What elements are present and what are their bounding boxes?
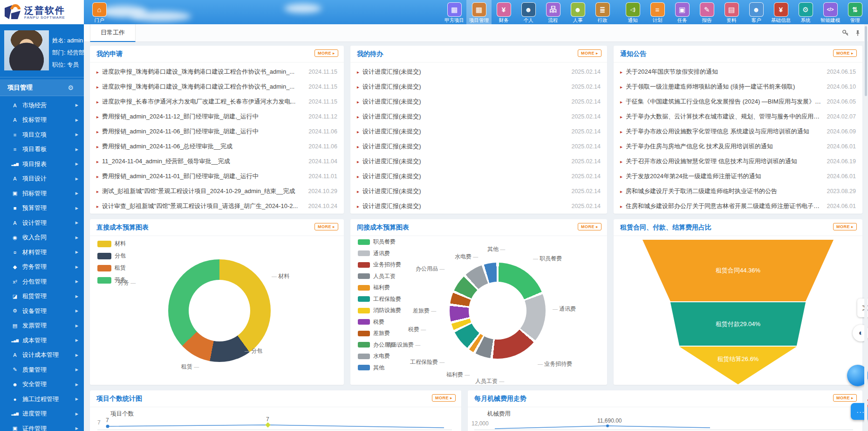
panel-title[interactable]: 直接成本预算图表 xyxy=(96,223,149,232)
gear-icon[interactable]: ⚙ xyxy=(68,84,74,91)
top-nav-item[interactable]: ⚙系统 xyxy=(793,0,818,24)
more-button[interactable]: MORE ▸ xyxy=(578,223,601,230)
sidebar-item[interactable]: ≡项目看板▶ xyxy=(0,142,84,157)
funnel-segment[interactable]: 租赁结算26.6% xyxy=(642,347,834,384)
list-item[interactable]: ▸关于举办住房与房地产信息化 技术及应用培训班的通知2024.06.01 xyxy=(614,139,862,154)
sidebar-item[interactable]: ≡项目立项▶ xyxy=(0,127,84,142)
more-button[interactable]: MORE ▸ xyxy=(833,223,857,230)
avatar[interactable] xyxy=(4,30,49,70)
panel-title[interactable]: 通知公告 xyxy=(620,50,646,58)
sidebar-item[interactable]: ▣招标管理▶ xyxy=(0,186,84,201)
legend-item[interactable]: 消防设施费 xyxy=(358,306,401,314)
list-item[interactable]: ▸设计进度汇报(未提交)2025.02.14 xyxy=(350,109,607,124)
funnel-segment[interactable]: 租赁付款29.04% xyxy=(642,302,834,346)
sidebar-item[interactable]: A设计成本管理▶ xyxy=(0,348,84,363)
list-item[interactable]: ▸住房和城乡建设部办公厅关于同意吉林省开展二级建造师注册证书电子化试点...20… xyxy=(614,199,862,214)
sidebar-item[interactable]: ▤发票管理▶ xyxy=(0,319,84,334)
list-item[interactable]: ▸关于2024年国庆节放假安排的通知2024.06.15 xyxy=(614,64,862,79)
list-item[interactable]: ▸房和城乡建设厅关于取消二级建造师临时执业证书的公告2023.08.29 xyxy=(614,184,862,199)
list-item[interactable]: ▸设计进度汇报(未提交)2025.02.14 xyxy=(350,124,607,139)
sidebar-item[interactable]: ☻安全管理▶ xyxy=(0,377,84,392)
top-nav-item[interactable]: ≡计划 xyxy=(645,0,670,24)
list-item[interactable]: ▸费用报销_admin_2024-11-06_部门经理审批_胡建,_运行中202… xyxy=(90,124,344,139)
top-nav-item[interactable]: ◁)通知 xyxy=(620,0,645,24)
list-item[interactable]: ▸测试_彭祖新城"四馆"景观工程设计项目_2024-10-29_admin_结束… xyxy=(90,184,344,199)
sidebar-item[interactable]: ▂▄▆项目报表▶ xyxy=(0,157,84,172)
more-button[interactable]: MORE ▸ xyxy=(314,223,338,230)
sidebar-item[interactable]: A项目设计▶ xyxy=(0,172,84,187)
panel-title[interactable]: 每月机械费用走势 xyxy=(474,395,526,403)
top-nav-item[interactable]: ☻客户 xyxy=(744,0,769,24)
list-item[interactable]: ▸11_2024-11-04_admin_经营部_领导审批__完成2024.11… xyxy=(90,154,344,169)
list-item[interactable]: ▸设计进度汇报(未提交)2025.02.14 xyxy=(350,79,607,94)
more-button[interactable]: MORE ▸ xyxy=(314,49,338,57)
top-nav-item[interactable]: ¥基础信息 xyxy=(768,0,793,24)
list-item[interactable]: ▸于征集《中国建筑施工行业信息化发展报告 (2024) —BIM应用与发展》材料… xyxy=(614,94,862,109)
sidebar-item[interactable]: ●施工过程管理▶ xyxy=(0,392,84,407)
pin-icon[interactable] xyxy=(854,29,861,37)
panel-title[interactable]: 我的待办 xyxy=(357,50,383,58)
list-item[interactable]: ▸关于举办市政公用设施数字化管理信息 系统建设与应用培训班的通知2024.06.… xyxy=(614,124,862,139)
top-nav-item[interactable]: </>智能建模 xyxy=(818,0,843,24)
list-item[interactable]: ▸设计进度汇报(未提交)2025.02.14 xyxy=(350,64,607,79)
top-nav-item[interactable]: ¥财务 xyxy=(491,0,516,24)
top-nav-item[interactable]: ▣任务 xyxy=(670,0,695,24)
list-item[interactable]: ▸设计进度汇报(未提交)2025.02.14 xyxy=(350,154,607,169)
top-nav-item[interactable]: ▦甲方项目 xyxy=(442,0,467,24)
sidebar-item[interactable]: x²分包管理▶ xyxy=(0,274,84,289)
top-nav-item[interactable]: ☻人事 xyxy=(565,0,590,24)
list-item[interactable]: ▸进度款申报_珠海鹤港口建设_珠海鹤港口建设工程合作协议书_admin_...2… xyxy=(90,79,344,94)
panel-title[interactable]: 租赁合同、付款、结算费用占比 xyxy=(620,223,711,232)
list-item[interactable]: ▸设计进度汇报(未提交)2025.02.14 xyxy=(350,184,607,199)
list-item[interactable]: ▸关于举办大数据、云计算技术在城市建设、规划、管理与服务中的应用培训班...20… xyxy=(614,109,862,124)
funnel-segment[interactable]: 租赁合同44.36% xyxy=(642,240,834,301)
legend-item[interactable]: 税费 xyxy=(358,318,384,326)
list-item[interactable]: ▸关于领取一级注册建造师增项贴的通知 (须持一建证书前来领取)2024.06.1… xyxy=(614,79,862,94)
list-item[interactable]: ▸关于发放2024年第24批一级建造师注册证书的通知2024.06.01 xyxy=(614,169,862,184)
top-nav-item[interactable]: ≣行政 xyxy=(590,0,615,24)
list-item[interactable]: ▸设计进度汇报(未提交)2025.02.14 xyxy=(350,94,607,109)
donut-ring[interactable] xyxy=(450,263,546,359)
sidebar-item[interactable]: ▂▄▆进度管理▶ xyxy=(0,407,84,422)
more-button[interactable]: MORE ▸ xyxy=(432,394,456,402)
list-item[interactable]: ▸设计进度汇报(未提交)2025.02.14 xyxy=(350,199,607,214)
panel-title[interactable]: 项目个数统计图 xyxy=(96,395,142,403)
sidebar-item[interactable]: ◆劳务管理▶ xyxy=(0,260,84,275)
panel-title[interactable]: 我的申请 xyxy=(96,50,123,58)
tab-daily-work[interactable]: 日常工作 xyxy=(90,24,136,42)
list-item[interactable]: ▸设计进度汇报(未提交)2025.02.14 xyxy=(350,139,607,154)
list-item[interactable]: ▸关于召开市政公用设施智慧化管理 信息技术与应用培训班的通知2024.06.19 xyxy=(614,154,862,169)
legend-item[interactable]: 工程保险费 xyxy=(358,295,401,303)
panel-title[interactable]: 间接成本预算图表 xyxy=(357,223,409,232)
legend-item[interactable]: 租赁 xyxy=(97,264,126,272)
sidebar-item[interactable]: ✎质量管理▶ xyxy=(0,362,84,377)
sidebar-item[interactable]: ▂▄▆成本管理▶ xyxy=(0,333,84,348)
sidebar-item[interactable]: A设计管理▶ xyxy=(0,216,84,230)
top-nav-item[interactable]: ✎报告 xyxy=(694,0,719,24)
donut-ring[interactable] xyxy=(168,259,271,362)
list-item[interactable]: ▸费用报销_admin_2024-11-12_部门经理审批_胡建,_运行中202… xyxy=(90,109,344,124)
top-nav-item[interactable]: ▦项目管理 xyxy=(466,0,492,24)
sidebar-item[interactable]: ◪租赁管理▶ xyxy=(0,289,84,304)
legend-item[interactable]: 福利费 xyxy=(358,284,390,292)
sidebar-item[interactable]: ⚙设备管理▶ xyxy=(0,304,84,319)
top-nav-item[interactable]: 品流程 xyxy=(540,0,566,24)
sidebar-item[interactable]: A市场经营▶ xyxy=(0,98,84,113)
sidebar-item[interactable]: ¤材料管理▶ xyxy=(0,245,84,260)
top-nav-item[interactable]: ☻个人 xyxy=(516,0,541,24)
list-item[interactable]: ▸设计进度汇报(未提交)2025.02.14 xyxy=(350,169,607,184)
list-item[interactable]: ▸费用报销_admin_2024-11-06_总经理审批__完成2024.11.… xyxy=(90,139,344,154)
legend-item[interactable]: 差旅费 xyxy=(358,329,390,337)
sidebar-item[interactable]: ◉收入合同▶ xyxy=(0,230,84,245)
more-button[interactable]: MORE ▸ xyxy=(578,49,601,57)
legend-item[interactable]: 其他 xyxy=(358,364,384,372)
key-icon[interactable] xyxy=(842,29,849,37)
sidebar-item[interactable]: A投标管理▶ xyxy=(0,113,84,128)
list-item[interactable]: ▸进度款申报_珠海鹤港口建设_珠海鹤港口建设工程合作协议书_admin_...2… xyxy=(90,64,344,79)
scrollbar-thumb[interactable] xyxy=(865,26,867,96)
legend-item[interactable]: 材料 xyxy=(97,240,126,248)
top-nav-item[interactable]: ▤资料 xyxy=(719,0,744,24)
list-item[interactable]: ▸费用报销_admin_2024-11-01_部门经理审批_胡建,_运行中202… xyxy=(90,169,344,184)
more-button[interactable]: MORE ▸ xyxy=(833,394,857,402)
legend-item[interactable]: 人员工资 xyxy=(358,272,396,280)
